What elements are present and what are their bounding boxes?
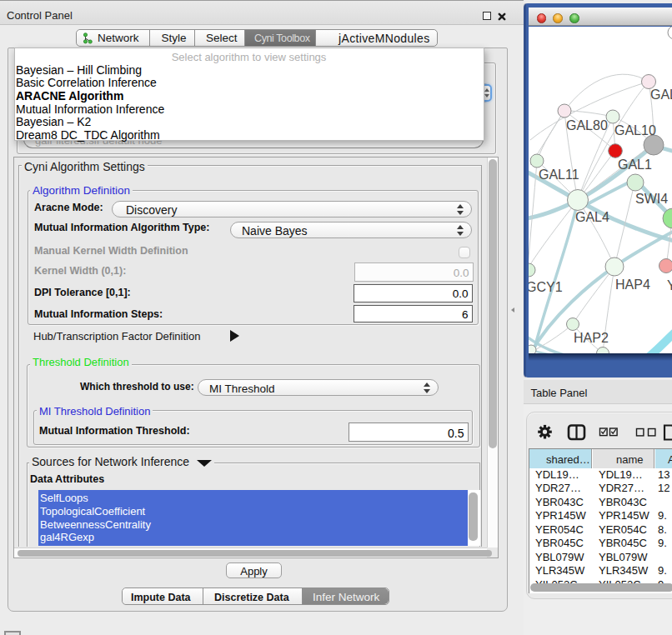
svg-text:GAL2: GAL2	[650, 88, 672, 102]
svg-text:HAP4: HAP4	[615, 278, 650, 292]
svg-text:GAL11: GAL11	[539, 168, 579, 182]
svg-text:Y: Y	[667, 278, 672, 292]
svg-text:GAL10: GAL10	[614, 123, 656, 138]
svg-text:SWI4: SWI4	[635, 192, 668, 206]
svg-text:GAL4: GAL4	[575, 210, 609, 224]
svg-text:HAP2: HAP2	[574, 331, 609, 345]
svg-text:GCY1: GCY1	[529, 280, 563, 294]
svg-text:GAL80: GAL80	[566, 118, 608, 132]
svg-text:GAL1: GAL1	[618, 158, 652, 172]
